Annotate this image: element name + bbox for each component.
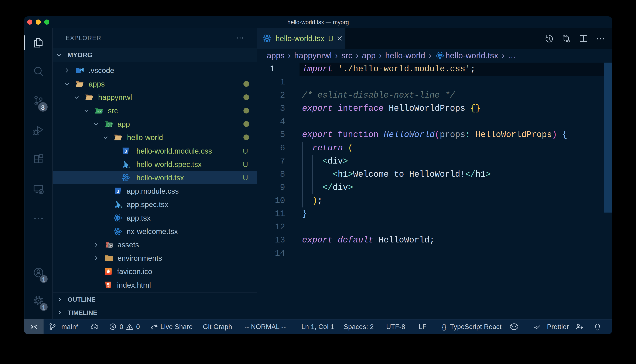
- svg-text:3: 3: [116, 188, 119, 194]
- svg-text:TS: TS: [126, 165, 130, 169]
- svg-text:TS: TS: [118, 205, 122, 209]
- svg-text:</>: </>: [98, 110, 103, 114]
- svg-text:5: 5: [107, 282, 110, 288]
- svg-text:3: 3: [124, 148, 127, 154]
